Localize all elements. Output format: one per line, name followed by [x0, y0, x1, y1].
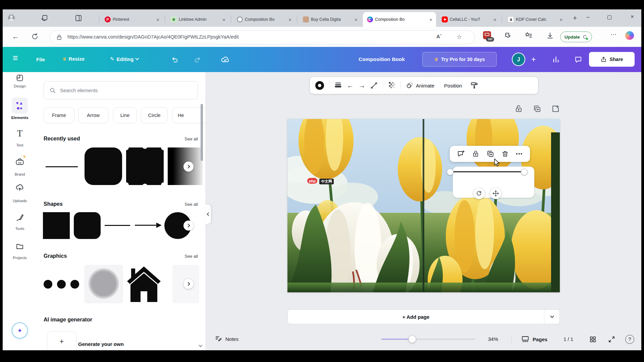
read-aloud-icon[interactable]: A” [436, 34, 441, 39]
shape-arrow[interactable] [134, 222, 162, 230]
favorites-hub-icon[interactable] [525, 32, 533, 40]
arrow-start-icon[interactable]: ← [347, 82, 354, 89]
row-next-icon[interactable] [183, 221, 194, 231]
update-browser-button[interactable]: Update [560, 32, 592, 42]
refresh-icon[interactable] [31, 33, 39, 41]
browser-menu-icon[interactable]: ⋯ [610, 31, 616, 38]
see-all-link[interactable]: See all [184, 254, 198, 259]
tab-close-icon[interactable]: × [492, 17, 497, 22]
row-next-icon[interactable] [183, 279, 194, 289]
back-icon[interactable]: ← [12, 33, 19, 41]
insights-chart-icon[interactable] [552, 56, 560, 63]
panel-scrollbar[interactable] [201, 104, 203, 161]
redo-icon[interactable] [193, 56, 201, 64]
copy-style-roller-icon[interactable] [470, 81, 478, 89]
new-tab-icon[interactable]: + [573, 14, 577, 22]
tab-pinterest[interactable]: P Pinterest × [101, 12, 163, 27]
profile-avatar-icon[interactable] [8, 14, 15, 21]
line-style-icon[interactable] [370, 82, 378, 89]
chip-line[interactable]: Line [113, 107, 137, 123]
chip-arrow[interactable]: Arrow [78, 107, 108, 123]
row-next-icon[interactable] [183, 162, 194, 172]
tab-close-icon[interactable]: × [428, 17, 433, 22]
tab-composition-inactive[interactable]: Composition Bo × [233, 12, 295, 27]
pages-button[interactable]: Pages [521, 335, 547, 343]
animate-button[interactable]: Animate [406, 82, 434, 89]
tab-close-icon[interactable]: × [221, 17, 226, 22]
tab-close-icon[interactable]: × [354, 17, 359, 22]
line-endpoint-handle-right[interactable] [521, 169, 528, 175]
graphic-three-dots[interactable] [43, 265, 81, 303]
try-pro-button[interactable]: ♛ Try Pro for 30 days [422, 52, 497, 67]
add-page-icon[interactable] [551, 105, 560, 113]
collapse-panel-handle[interactable] [205, 204, 211, 224]
tab-buy-cella[interactable]: Buy Cella Digita × [299, 12, 361, 27]
restore-window-icon[interactable] [607, 15, 611, 19]
graphic-house[interactable] [126, 266, 161, 304]
file-menu[interactable]: File [36, 57, 45, 62]
undo-icon[interactable] [171, 56, 179, 64]
zoom-slider-thumb[interactable] [409, 336, 416, 343]
add-page-dropdown[interactable] [544, 310, 559, 324]
url-field[interactable]: https://www.canva.com/design/DAGnD7AjcAo… [50, 30, 475, 44]
tab-close-icon[interactable]: × [558, 17, 564, 22]
trash-icon[interactable] [501, 150, 509, 158]
notes-button[interactable]: Notes [215, 335, 238, 343]
extensions-puzzle-icon[interactable] [504, 32, 512, 40]
shape-line[interactable] [105, 225, 130, 226]
line-endpoint-handle-left[interactable] [447, 169, 453, 175]
close-window-icon[interactable]: × [627, 13, 637, 20]
fullscreen-icon[interactable] [608, 336, 615, 343]
line-weight-icon[interactable] [334, 81, 342, 90]
chip-circle[interactable]: Circle [141, 107, 168, 123]
favorite-star-icon[interactable]: ☆ [457, 33, 462, 41]
help-icon[interactable]: ? [625, 335, 634, 344]
design-page[interactable]: php 中文网 [287, 119, 560, 292]
see-all-link[interactable]: See all [184, 136, 198, 141]
position-button[interactable]: Position [444, 83, 462, 88]
tab-linktree[interactable]: ✳ Linktree Admin × [167, 12, 229, 27]
magic-ai-button[interactable]: ✦ [12, 322, 28, 339]
minimize-window-icon[interactable]: – [583, 14, 593, 20]
workspaces-icon[interactable] [40, 14, 48, 22]
tab-kdp-cover-calc[interactable]: a KDP Cover Calc × [504, 12, 566, 27]
thumb-notched-square[interactable] [126, 147, 164, 185]
shape-square[interactable] [43, 212, 70, 239]
lock-icon[interactable] [472, 150, 479, 158]
see-all-link[interactable]: See all [184, 202, 198, 207]
tab-actions-icon[interactable] [74, 14, 83, 22]
comment-plus-icon[interactable] [457, 150, 465, 158]
scroll-down-icon[interactable] [199, 342, 202, 348]
rotate-handle[interactable] [473, 188, 485, 199]
more-options-icon[interactable]: ••• [516, 151, 523, 157]
tab-cellallc-youtube[interactable]: CellaLLC - YouT × [438, 12, 500, 27]
hamburger-menu-icon[interactable]: ≡ [13, 54, 18, 63]
arrow-end-icon[interactable]: → [359, 82, 365, 89]
downloads-icon[interactable] [546, 32, 554, 40]
comments-icon[interactable] [574, 56, 582, 64]
copilot-icon[interactable] [625, 31, 634, 40]
duplicate-page-icon[interactable] [533, 105, 541, 113]
account-avatar[interactable]: J [512, 53, 525, 66]
add-page-button[interactable]: + Add page [287, 309, 560, 324]
tab-close-icon[interactable]: × [155, 17, 160, 22]
generate-plus-button[interactable]: + [47, 331, 76, 350]
move-handle[interactable] [490, 188, 501, 199]
graphic-blur-circle[interactable] [84, 265, 123, 303]
thumb-rounded-square[interactable] [85, 147, 122, 185]
zoom-slider-track[interactable] [381, 339, 475, 340]
chip-frame[interactable]: Frame [44, 107, 74, 123]
design-title[interactable]: Composition Book [345, 56, 419, 62]
duplicate-icon[interactable] [486, 150, 494, 158]
shape-rounded-square[interactable] [74, 212, 101, 239]
color-swatch-icon[interactable] [315, 81, 324, 90]
generate-your-own-label[interactable]: Generate your own [78, 341, 124, 347]
unlock-icon[interactable] [515, 105, 523, 113]
add-member-icon[interactable]: + [531, 55, 536, 64]
thumb-line-element[interactable] [44, 147, 80, 185]
selected-line-element[interactable] [451, 171, 524, 172]
tab-close-icon[interactable]: × [287, 17, 292, 22]
resize-menu[interactable]: ♛ Resize [62, 56, 85, 62]
share-button[interactable]: Share [589, 52, 635, 67]
grid-view-icon[interactable] [589, 336, 597, 343]
